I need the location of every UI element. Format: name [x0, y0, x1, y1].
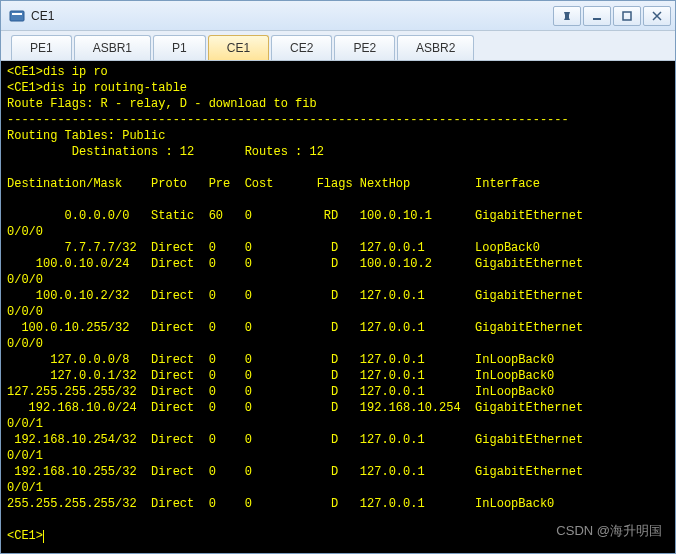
tab-asbr1[interactable]: ASBR1 [74, 35, 151, 60]
tab-pe1[interactable]: PE1 [11, 35, 72, 60]
pin-button[interactable] [553, 6, 581, 26]
prompt: <CE1> [7, 529, 43, 543]
app-window: CE1 PE1ASBR1P1CE1CE2PE2ASBR2 <CE1>dis ip… [0, 0, 676, 554]
svg-rect-1 [12, 13, 22, 15]
close-button[interactable] [643, 6, 671, 26]
tab-p1[interactable]: P1 [153, 35, 206, 60]
titlebar: CE1 [1, 1, 675, 31]
tab-asbr2[interactable]: ASBR2 [397, 35, 474, 60]
tab-ce1[interactable]: CE1 [208, 35, 269, 60]
svg-rect-2 [593, 18, 601, 20]
terminal-output[interactable]: <CE1>dis ip ro <CE1>dis ip routing-table… [1, 61, 675, 553]
window-controls [551, 6, 671, 26]
tab-pe2[interactable]: PE2 [334, 35, 395, 60]
watermark: CSDN @海升明国 [556, 522, 662, 540]
svg-rect-3 [623, 12, 631, 20]
maximize-button[interactable] [613, 6, 641, 26]
tab-ce2[interactable]: CE2 [271, 35, 332, 60]
cursor [43, 530, 44, 543]
window-title: CE1 [31, 9, 551, 23]
tab-bar: PE1ASBR1P1CE1CE2PE2ASBR2 [1, 31, 675, 61]
minimize-button[interactable] [583, 6, 611, 26]
app-icon [9, 8, 25, 24]
svg-rect-0 [10, 11, 24, 21]
